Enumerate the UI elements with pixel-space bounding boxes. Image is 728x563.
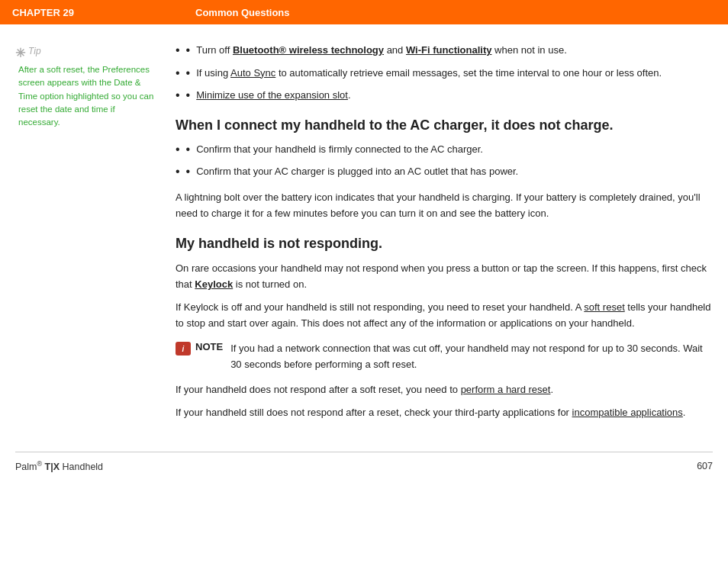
section2-body4: If your handheld still does not respond …: [176, 405, 713, 421]
list-item: • Confirm that your AC charger is plugge…: [176, 164, 713, 179]
list-item: • Confirm that your handheld is firmly c…: [176, 142, 713, 157]
content-area: • Turn off Bluetooth® wireless technolog…: [168, 43, 713, 429]
bullet-s1-1: Confirm that your handheld is firmly con…: [196, 142, 483, 157]
bullet-dot: •: [186, 66, 191, 80]
section1-bullet-list: • Confirm that your handheld is firmly c…: [176, 142, 713, 179]
bullet-dot: •: [186, 164, 191, 179]
bullet-dot: •: [186, 88, 191, 102]
bullet-text-2: If using Auto Sync to automatically retr…: [196, 66, 662, 81]
bullet-dot: •: [186, 43, 191, 57]
section2-body3: If your handheld does not respond after …: [176, 382, 713, 398]
brand-model: T|X: [42, 462, 60, 472]
footer-brand: Palm® T|X Handheld: [15, 460, 103, 472]
tip-label: Tip: [28, 46, 41, 56]
incompatible-text: incompatible applications: [572, 407, 683, 418]
note-label: NOTE: [195, 341, 223, 352]
list-item: • Turn off Bluetooth® wireless technolog…: [176, 43, 713, 58]
list-item: • If using Auto Sync to automatically re…: [176, 66, 713, 81]
bullet-text-3: Minimize use of the expansion slot.: [196, 88, 350, 103]
tip-star-icon: ✳: [15, 46, 25, 60]
page-number: 607: [697, 461, 713, 471]
section2-body3-suffix: .: [550, 384, 553, 395]
tip-header: ✳ Tip: [15, 46, 156, 60]
expansion-slot-link[interactable]: Minimize use of the expansion slot: [196, 89, 348, 101]
section1-heading: When I connect my handheld to the AC cha…: [176, 117, 713, 134]
list-item: • Minimize use of the expansion slot.: [176, 88, 713, 103]
tip-body: After a soft reset, the Preferences scre…: [18, 63, 156, 129]
section2-body2: If Keylock is off and your handheld is s…: [176, 300, 713, 332]
hard-reset-link[interactable]: perform a hard reset: [461, 384, 551, 395]
intro-bullet-list: • Turn off Bluetooth® wireless technolog…: [176, 43, 713, 103]
soft-reset-link[interactable]: soft reset: [584, 301, 624, 313]
section2-body3-prefix: If your handheld does not respond after …: [176, 384, 461, 395]
soft-reset-text: soft reset: [584, 301, 624, 313]
section2-body1-suffix: is not turned on.: [233, 278, 307, 290]
keylock-link[interactable]: Keylock: [195, 278, 233, 290]
bullet-text-1: Turn off Bluetooth® wireless technology …: [196, 43, 567, 58]
incompatible-link[interactable]: incompatible applications: [572, 407, 683, 418]
wifi-link[interactable]: Wi-Fi functionality: [406, 44, 492, 56]
note-text: If you had a network connection that was…: [230, 341, 713, 373]
bluetooth-link[interactable]: Bluetooth® wireless technology: [233, 44, 384, 56]
section-title: Common Questions: [195, 7, 290, 18]
note-block: i NOTE If you had a network connection t…: [176, 341, 713, 373]
bullet-s1-2: Confirm that your AC charger is plugged …: [196, 164, 518, 179]
hard-reset-text: perform a hard reset: [461, 384, 551, 395]
main-content: ✳ Tip After a soft reset, the Preference…: [0, 24, 728, 429]
note-icon-text: i: [182, 345, 185, 353]
brand-name: Palm: [15, 462, 37, 472]
section2-body2-prefix: If Keylock is off and your handheld is s…: [176, 301, 584, 313]
note-icon: i: [176, 342, 191, 355]
chapter-label: CHAPTER 29: [12, 7, 195, 18]
section2-body1: On rare occasions your handheld may not …: [176, 261, 713, 293]
header-bar: CHAPTER 29 Common Questions: [0, 0, 728, 24]
section2-body4-prefix: If your handheld still does not respond …: [176, 407, 572, 418]
bullet-dot: •: [186, 142, 191, 156]
section1-body: A lightning bolt over the battery icon i…: [176, 190, 713, 222]
keylock-text: Keylock: [195, 278, 233, 290]
autosync-link[interactable]: Auto Sync: [230, 67, 275, 79]
sidebar: ✳ Tip After a soft reset, the Preference…: [15, 43, 168, 429]
brand-label: Handheld: [60, 462, 103, 472]
footer: Palm® T|X Handheld 607: [15, 452, 713, 480]
section2-heading: My handheld is not responding.: [176, 235, 713, 253]
section2-body4-suffix: .: [683, 407, 686, 418]
